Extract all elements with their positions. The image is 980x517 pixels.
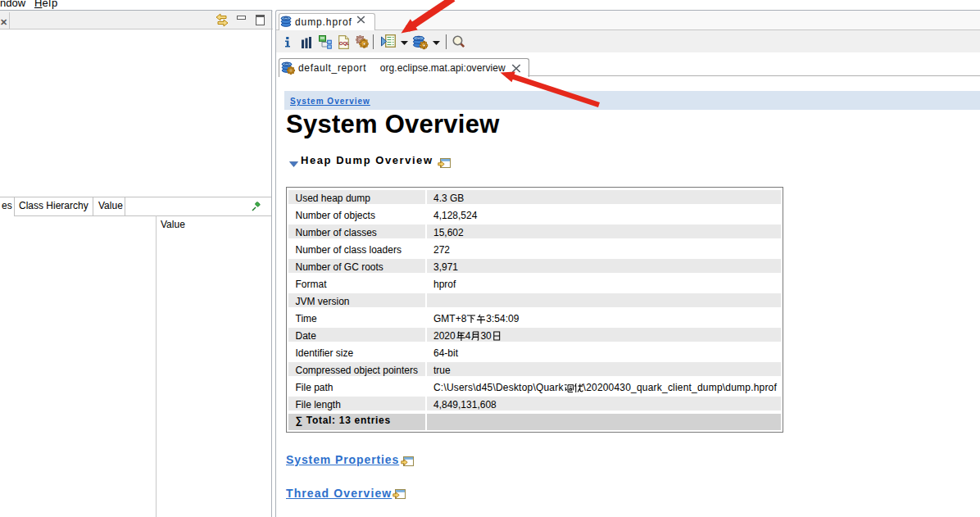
- svg-text:OQL: OQL: [339, 40, 349, 46]
